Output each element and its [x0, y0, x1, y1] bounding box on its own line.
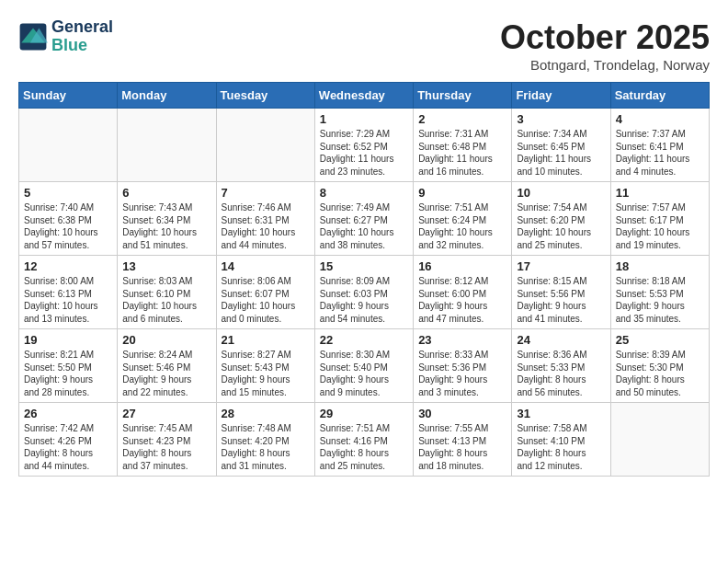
calendar-cell: 3Sunrise: 7:34 AMSunset: 6:45 PMDaylight… — [512, 109, 610, 182]
calendar-cell — [216, 109, 314, 182]
calendar-cell: 26Sunrise: 7:42 AMSunset: 4:26 PMDayligh… — [19, 403, 118, 477]
day-info: Sunrise: 8:36 AMSunset: 5:33 PMDaylight:… — [517, 349, 605, 398]
day-number: 14 — [222, 259, 310, 273]
day-info: Sunrise: 7:54 AMSunset: 6:20 PMDaylight:… — [517, 201, 605, 251]
day-number: 19 — [24, 333, 112, 347]
day-number: 29 — [320, 407, 408, 420]
day-info: Sunrise: 8:39 AMSunset: 5:30 PMDaylight:… — [616, 349, 704, 398]
month-title: October 2025 — [500, 18, 710, 57]
day-info: Sunrise: 8:09 AMSunset: 6:03 PMDaylight:… — [320, 275, 408, 325]
day-number: 2 — [418, 112, 506, 126]
day-number: 11 — [616, 186, 704, 200]
calendar-cell: 12Sunrise: 8:00 AMSunset: 6:13 PMDayligh… — [19, 256, 118, 329]
day-info: Sunrise: 7:51 AMSunset: 6:24 PMDaylight:… — [418, 201, 506, 251]
day-number: 24 — [517, 333, 605, 347]
calendar-cell: 20Sunrise: 8:24 AMSunset: 5:46 PMDayligh… — [118, 329, 216, 403]
week-row-5: 26Sunrise: 7:42 AMSunset: 4:26 PMDayligh… — [19, 403, 710, 477]
day-info: Sunrise: 7:45 AMSunset: 4:23 PMDaylight:… — [122, 422, 210, 472]
calendar-cell: 14Sunrise: 8:06 AMSunset: 6:07 PMDayligh… — [216, 256, 314, 329]
page-header: General Blue October 2025 Botngard, Tron… — [18, 18, 710, 73]
calendar-cell: 23Sunrise: 8:33 AMSunset: 5:36 PMDayligh… — [414, 329, 512, 403]
location: Botngard, Trondelag, Norway — [500, 57, 710, 73]
day-info: Sunrise: 8:33 AMSunset: 5:36 PMDaylight:… — [418, 349, 506, 398]
calendar-cell: 11Sunrise: 7:57 AMSunset: 6:17 PMDayligh… — [610, 182, 709, 256]
day-number: 7 — [222, 186, 310, 200]
logo-icon — [18, 22, 48, 52]
calendar-cell: 4Sunrise: 7:37 AMSunset: 6:41 PMDaylight… — [610, 109, 709, 182]
calendar-cell: 17Sunrise: 8:15 AMSunset: 5:56 PMDayligh… — [512, 256, 610, 329]
day-number: 26 — [24, 407, 112, 420]
day-info: Sunrise: 8:12 AMSunset: 6:00 PMDaylight:… — [418, 275, 506, 325]
day-info: Sunrise: 7:40 AMSunset: 6:38 PMDaylight:… — [24, 201, 112, 251]
day-number: 16 — [418, 259, 506, 273]
weekday-header-tuesday: Tuesday — [216, 83, 314, 109]
calendar-cell: 22Sunrise: 8:30 AMSunset: 5:40 PMDayligh… — [314, 329, 413, 403]
day-info: Sunrise: 7:43 AMSunset: 6:34 PMDaylight:… — [122, 201, 210, 251]
day-number: 9 — [418, 186, 506, 200]
calendar-cell — [118, 109, 216, 182]
weekday-header-sunday: Sunday — [19, 83, 118, 109]
day-number: 8 — [320, 186, 408, 200]
calendar-cell: 27Sunrise: 7:45 AMSunset: 4:23 PMDayligh… — [118, 403, 216, 477]
day-number: 10 — [517, 186, 605, 200]
calendar-cell: 15Sunrise: 8:09 AMSunset: 6:03 PMDayligh… — [314, 256, 413, 329]
day-number: 27 — [122, 407, 210, 420]
calendar-cell: 5Sunrise: 7:40 AMSunset: 6:38 PMDaylight… — [19, 182, 118, 256]
week-row-4: 19Sunrise: 8:21 AMSunset: 5:50 PMDayligh… — [19, 329, 710, 403]
day-info: Sunrise: 8:24 AMSunset: 5:46 PMDaylight:… — [122, 349, 210, 398]
day-number: 3 — [517, 112, 605, 126]
calendar-cell: 30Sunrise: 7:55 AMSunset: 4:13 PMDayligh… — [414, 403, 512, 477]
day-number: 13 — [122, 259, 210, 273]
day-number: 1 — [320, 112, 408, 126]
calendar-cell: 25Sunrise: 8:39 AMSunset: 5:30 PMDayligh… — [610, 329, 709, 403]
day-number: 23 — [418, 333, 506, 347]
day-info: Sunrise: 7:57 AMSunset: 6:17 PMDaylight:… — [616, 201, 704, 251]
weekday-header-thursday: Thursday — [414, 83, 512, 109]
weekday-header-row: SundayMondayTuesdayWednesdayThursdayFrid… — [19, 83, 710, 109]
day-number: 6 — [122, 186, 210, 200]
calendar-cell: 29Sunrise: 7:51 AMSunset: 4:16 PMDayligh… — [314, 403, 413, 477]
day-info: Sunrise: 8:06 AMSunset: 6:07 PMDaylight:… — [222, 275, 310, 325]
title-block: October 2025 Botngard, Trondelag, Norway — [500, 18, 710, 73]
calendar-cell: 1Sunrise: 7:29 AMSunset: 6:52 PMDaylight… — [314, 109, 413, 182]
day-info: Sunrise: 7:29 AMSunset: 6:52 PMDaylight:… — [320, 128, 408, 178]
day-number: 4 — [616, 112, 704, 126]
day-info: Sunrise: 8:00 AMSunset: 6:13 PMDaylight:… — [24, 275, 112, 325]
day-number: 22 — [320, 333, 408, 347]
logo-line2: Blue — [51, 37, 113, 55]
day-number: 31 — [517, 407, 605, 420]
day-info: Sunrise: 8:18 AMSunset: 5:53 PMDaylight:… — [616, 275, 704, 325]
day-info: Sunrise: 7:49 AMSunset: 6:27 PMDaylight:… — [320, 201, 408, 251]
day-number: 28 — [222, 407, 310, 420]
logo: General Blue — [18, 18, 113, 55]
calendar-table: SundayMondayTuesdayWednesdayThursdayFrid… — [18, 82, 710, 477]
calendar-cell: 6Sunrise: 7:43 AMSunset: 6:34 PMDaylight… — [118, 182, 216, 256]
day-info: Sunrise: 7:51 AMSunset: 4:16 PMDaylight:… — [320, 422, 408, 472]
weekday-header-monday: Monday — [118, 83, 216, 109]
day-info: Sunrise: 8:21 AMSunset: 5:50 PMDaylight:… — [24, 349, 112, 398]
day-info: Sunrise: 8:27 AMSunset: 5:43 PMDaylight:… — [222, 349, 310, 398]
week-row-1: 1Sunrise: 7:29 AMSunset: 6:52 PMDaylight… — [19, 109, 710, 182]
weekday-header-saturday: Saturday — [610, 83, 709, 109]
day-info: Sunrise: 7:48 AMSunset: 4:20 PMDaylight:… — [222, 422, 310, 472]
calendar-cell: 24Sunrise: 8:36 AMSunset: 5:33 PMDayligh… — [512, 329, 610, 403]
calendar-cell: 18Sunrise: 8:18 AMSunset: 5:53 PMDayligh… — [610, 256, 709, 329]
day-number: 20 — [122, 333, 210, 347]
logo-line1: General — [51, 18, 113, 37]
day-info: Sunrise: 7:55 AMSunset: 4:13 PMDaylight:… — [418, 422, 506, 472]
day-info: Sunrise: 8:15 AMSunset: 5:56 PMDaylight:… — [517, 275, 605, 325]
calendar-cell: 28Sunrise: 7:48 AMSunset: 4:20 PMDayligh… — [216, 403, 314, 477]
day-info: Sunrise: 7:34 AMSunset: 6:45 PMDaylight:… — [517, 128, 605, 178]
calendar-cell: 16Sunrise: 8:12 AMSunset: 6:00 PMDayligh… — [414, 256, 512, 329]
calendar-cell: 21Sunrise: 8:27 AMSunset: 5:43 PMDayligh… — [216, 329, 314, 403]
day-info: Sunrise: 7:46 AMSunset: 6:31 PMDaylight:… — [222, 201, 310, 251]
day-number: 21 — [222, 333, 310, 347]
calendar-cell: 31Sunrise: 7:58 AMSunset: 4:10 PMDayligh… — [512, 403, 610, 477]
weekday-header-friday: Friday — [512, 83, 610, 109]
day-number: 12 — [24, 259, 112, 273]
logo-text: General Blue — [51, 18, 113, 55]
calendar-cell: 10Sunrise: 7:54 AMSunset: 6:20 PMDayligh… — [512, 182, 610, 256]
day-info: Sunrise: 8:03 AMSunset: 6:10 PMDaylight:… — [122, 275, 210, 325]
day-info: Sunrise: 7:58 AMSunset: 4:10 PMDaylight:… — [517, 422, 605, 472]
week-row-2: 5Sunrise: 7:40 AMSunset: 6:38 PMDaylight… — [19, 182, 710, 256]
